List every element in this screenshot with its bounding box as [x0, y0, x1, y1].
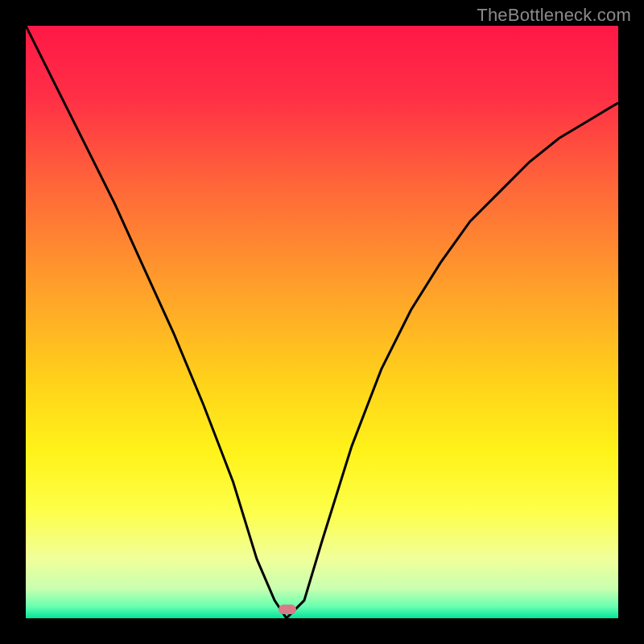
- v-curve-path: [26, 26, 618, 618]
- v-curve-svg: [26, 26, 618, 618]
- watermark-text: TheBottleneck.com: [477, 5, 631, 26]
- optimal-point-marker: [279, 605, 296, 614]
- chart-frame: TheBottleneck.com: [0, 0, 644, 644]
- plot-area: [26, 26, 618, 618]
